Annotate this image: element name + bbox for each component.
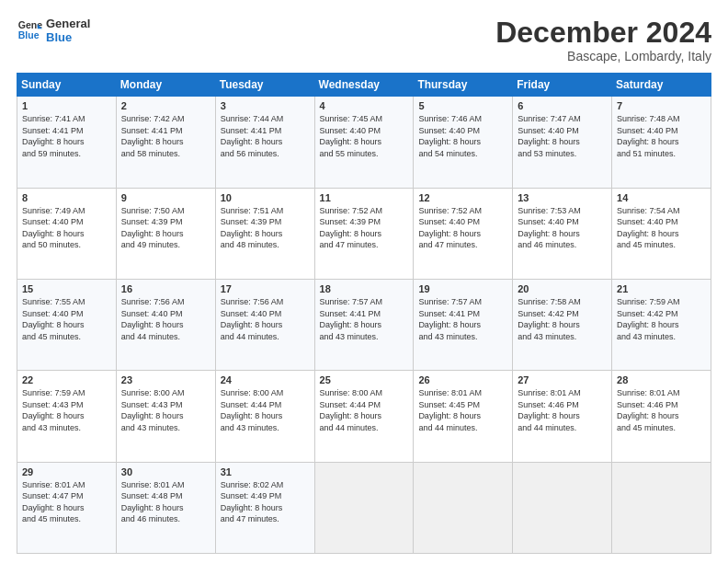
day-number: 30 [121,466,210,477]
cell-line-0: Sunrise: 8:01 AM [518,388,581,397]
cell-line-1: Sunset: 4:40 PM [121,309,183,318]
cell-line-2: Daylight: 8 hours [221,320,283,329]
cell-line-1: Sunset: 4:42 PM [617,309,678,318]
calendar-cell: 22Sunrise: 7:59 AMSunset: 4:43 PMDayligh… [17,371,117,462]
week-row-4: 22Sunrise: 7:59 AMSunset: 4:43 PMDayligh… [17,371,711,462]
cell-line-0: Sunrise: 7:52 AM [320,206,383,215]
cell-line-1: Sunset: 4:40 PM [22,217,84,226]
calendar-cell: 21Sunrise: 7:59 AMSunset: 4:42 PMDayligh… [612,279,711,370]
week-row-2: 8Sunrise: 7:49 AMSunset: 4:40 PMDaylight… [17,188,711,279]
cell-line-0: Sunrise: 7:44 AM [221,114,284,123]
cell-line-0: Sunrise: 7:59 AM [22,388,85,397]
cell-line-2: Daylight: 8 hours [221,411,283,420]
cell-line-0: Sunrise: 8:00 AM [221,388,284,397]
day-number: 24 [221,374,310,385]
cell-line-3: and 49 minutes. [121,240,180,249]
dow-friday: Friday [513,74,612,97]
calendar-cell: 4Sunrise: 7:45 AMSunset: 4:40 PMDaylight… [314,97,414,188]
cell-line-1: Sunset: 4:47 PM [22,491,84,500]
header: General Blue General Blue December 2024 … [17,17,711,63]
calendar-cell: 7Sunrise: 7:48 AMSunset: 4:40 PMDaylight… [612,97,711,188]
cell-line-3: and 50 minutes. [22,240,81,249]
cell-line-2: Daylight: 8 hours [518,137,580,146]
cell-line-3: and 47 minutes. [221,514,279,523]
cell-line-1: Sunset: 4:43 PM [121,400,183,409]
cell-line-2: Daylight: 8 hours [320,411,382,420]
cell-line-2: Daylight: 8 hours [221,229,283,238]
calendar-cell [513,462,612,553]
day-number: 27 [518,374,607,385]
calendar-cell: 3Sunrise: 7:44 AMSunset: 4:41 PMDaylight… [215,97,314,188]
cell-line-3: and 51 minutes. [617,149,676,158]
cell-info: Sunrise: 7:42 AMSunset: 4:41 PMDaylight:… [121,113,210,159]
days-of-week-row: SundayMondayTuesdayWednesdayThursdayFrid… [17,74,711,97]
cell-line-1: Sunset: 4:41 PM [418,309,480,318]
cell-info: Sunrise: 7:51 AMSunset: 4:39 PMDaylight:… [221,205,310,251]
cell-info: Sunrise: 7:48 AMSunset: 4:40 PMDaylight:… [617,113,706,159]
day-number: 21 [617,283,706,294]
cell-line-0: Sunrise: 8:01 AM [22,480,85,489]
cell-line-3: and 44 minutes. [221,332,279,341]
cell-info: Sunrise: 7:49 AMSunset: 4:40 PMDaylight:… [22,205,111,251]
cell-line-3: and 43 minutes. [221,423,279,432]
cell-info: Sunrise: 7:46 AMSunset: 4:40 PMDaylight:… [418,113,507,159]
cell-line-1: Sunset: 4:40 PM [617,217,678,226]
calendar-cell: 27Sunrise: 8:01 AMSunset: 4:46 PMDayligh… [513,371,612,462]
cell-info: Sunrise: 7:52 AMSunset: 4:40 PMDaylight:… [418,205,507,251]
cell-line-3: and 43 minutes. [418,332,477,341]
cell-line-3: and 47 minutes. [320,240,379,249]
dow-sunday: Sunday [17,74,117,97]
cell-line-2: Daylight: 8 hours [221,503,283,512]
calendar-cell: 20Sunrise: 7:58 AMSunset: 4:42 PMDayligh… [513,279,612,370]
cell-line-3: and 53 minutes. [518,149,576,158]
day-number: 12 [418,192,507,203]
dow-monday: Monday [116,74,215,97]
cell-info: Sunrise: 8:02 AMSunset: 4:49 PMDaylight:… [221,479,310,525]
cell-line-2: Daylight: 8 hours [121,503,184,512]
cell-line-3: and 44 minutes. [320,423,379,432]
cell-line-3: and 43 minutes. [22,423,81,432]
cell-line-0: Sunrise: 7:49 AM [22,206,85,215]
cell-line-1: Sunset: 4:40 PM [617,126,678,135]
cell-line-2: Daylight: 8 hours [221,137,283,146]
cell-info: Sunrise: 7:55 AMSunset: 4:40 PMDaylight:… [22,296,111,342]
cell-line-0: Sunrise: 7:46 AM [418,114,482,123]
title-block: December 2024 Bascape, Lombardy, Italy [495,17,711,63]
day-number: 20 [518,283,607,294]
cell-line-2: Daylight: 8 hours [22,503,85,512]
logo: General Blue General Blue [17,17,90,44]
cell-info: Sunrise: 8:01 AMSunset: 4:47 PMDaylight:… [22,479,111,525]
cell-line-1: Sunset: 4:40 PM [418,126,480,135]
cell-info: Sunrise: 7:54 AMSunset: 4:40 PMDaylight:… [617,205,706,251]
day-number: 5 [418,100,507,111]
week-row-1: 1Sunrise: 7:41 AMSunset: 4:41 PMDaylight… [17,97,711,188]
cell-line-3: and 46 minutes. [121,514,180,523]
calendar-cell: 18Sunrise: 7:57 AMSunset: 4:41 PMDayligh… [314,279,414,370]
cell-line-1: Sunset: 4:43 PM [22,400,84,409]
cell-line-2: Daylight: 8 hours [418,320,481,329]
calendar-cell: 12Sunrise: 7:52 AMSunset: 4:40 PMDayligh… [414,188,513,279]
cell-line-1: Sunset: 4:40 PM [418,217,480,226]
day-number: 28 [617,374,706,385]
calendar-cell [414,462,513,553]
cell-line-0: Sunrise: 7:50 AM [121,206,185,215]
svg-text:Blue: Blue [18,29,40,40]
cell-line-0: Sunrise: 7:42 AM [121,114,185,123]
cell-line-1: Sunset: 4:39 PM [221,217,282,226]
day-number: 6 [518,100,607,111]
cell-info: Sunrise: 7:47 AMSunset: 4:40 PMDaylight:… [518,113,607,159]
cell-line-3: and 44 minutes. [121,332,180,341]
cell-line-0: Sunrise: 8:01 AM [617,388,680,397]
day-number: 15 [22,283,111,294]
logo-blue: Blue [46,30,90,44]
cell-line-0: Sunrise: 7:57 AM [320,297,383,306]
calendar-cell: 6Sunrise: 7:47 AMSunset: 4:40 PMDaylight… [513,97,612,188]
cell-line-0: Sunrise: 7:57 AM [418,297,482,306]
calendar-cell: 14Sunrise: 7:54 AMSunset: 4:40 PMDayligh… [612,188,711,279]
calendar-cell: 28Sunrise: 8:01 AMSunset: 4:46 PMDayligh… [612,371,711,462]
day-number: 11 [320,192,409,203]
cell-line-2: Daylight: 8 hours [22,320,85,329]
cell-line-0: Sunrise: 8:01 AM [121,480,185,489]
cell-line-1: Sunset: 4:41 PM [22,126,84,135]
cell-info: Sunrise: 8:01 AMSunset: 4:46 PMDaylight:… [617,387,706,433]
